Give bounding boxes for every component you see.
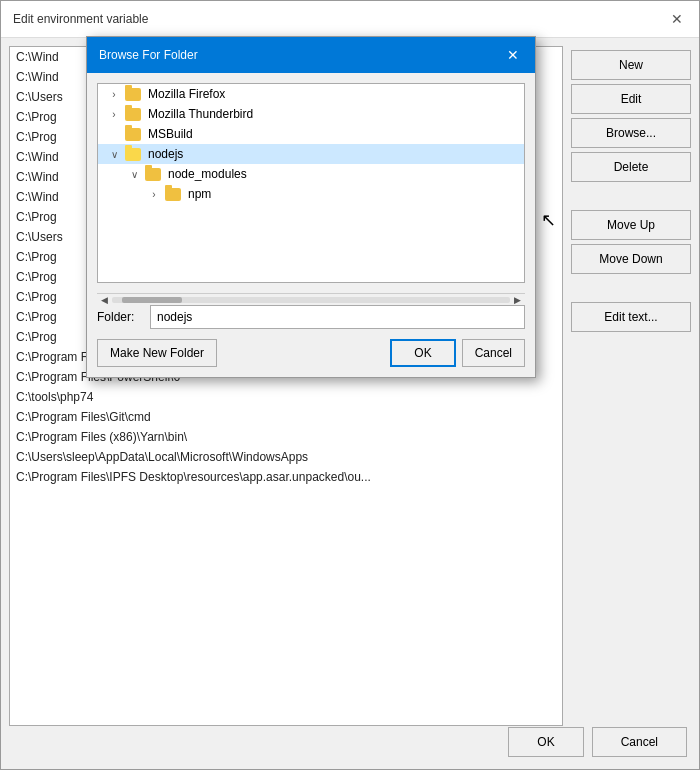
ok-button[interactable]: OK [508,727,583,757]
folder-icon [165,188,181,201]
tree-item[interactable]: MSBuild [98,124,524,144]
browse-cancel-button[interactable]: Cancel [462,339,525,367]
hscroll-track [112,297,510,303]
tree-expand-icon[interactable]: › [106,89,122,100]
action-buttons-panel: New Edit Browse... Delete Move Up Move D… [571,46,691,758]
tree-item[interactable]: ›Mozilla Thunderbird [98,104,524,124]
new-button[interactable]: New [571,50,691,80]
cancel-button[interactable]: Cancel [592,727,687,757]
main-dialog-titlebar: Edit environment variable ✕ [1,1,699,38]
folder-input[interactable] [150,305,525,329]
tree-expand-icon[interactable]: ∨ [126,169,142,180]
tree-hscrollbar[interactable]: ◀▶ [97,293,525,305]
scroll-left-icon[interactable]: ◀ [99,295,110,305]
browse-close-icon[interactable]: ✕ [503,45,523,65]
folder-row: Folder: [97,305,525,329]
folder-icon [125,148,141,161]
tree-expand-icon[interactable]: › [106,109,122,120]
tree-item-label: Mozilla Thunderbird [148,107,253,121]
main-dialog-close[interactable]: ✕ [667,9,687,29]
scroll-right-icon[interactable]: ▶ [512,295,523,305]
folder-icon [145,168,161,181]
tree-item[interactable]: ∨node_modules [98,164,524,184]
tree-item-label: npm [188,187,211,201]
browse-dialog: Browse For Folder ✕ ›Mozilla Firefox›Moz… [86,36,536,378]
make-new-folder-button[interactable]: Make New Folder [97,339,217,367]
browse-button[interactable]: Browse... [571,118,691,148]
tree-expand-icon[interactable]: › [146,189,162,200]
list-item[interactable]: C:\Program Files\Git\cmd [10,407,562,427]
folder-icon [125,108,141,121]
move-down-button[interactable]: Move Down [571,244,691,274]
delete-button[interactable]: Delete [571,152,691,182]
main-dialog: Edit environment variable ✕ C:\WindC:\Wi… [0,0,700,770]
browse-action-buttons: Make New Folder OK Cancel [97,339,525,367]
folder-icon [125,88,141,101]
tree-item-label: MSBuild [148,127,193,141]
edit-button[interactable]: Edit [571,84,691,114]
browse-title: Browse For Folder [99,48,198,62]
move-up-button[interactable]: Move Up [571,210,691,240]
list-item[interactable]: C:\Program Files\IPFS Desktop\resources\… [10,467,562,487]
tree-item[interactable]: ›Mozilla Firefox [98,84,524,104]
browse-body: ›Mozilla Firefox›Mozilla Thunderbird MSB… [87,73,535,377]
browse-ok-button[interactable]: OK [390,339,455,367]
list-item[interactable]: C:\Program Files (x86)\Yarn\bin\ [10,427,562,447]
edit-text-button[interactable]: Edit text... [571,302,691,332]
tree-item-label: nodejs [148,147,183,161]
tree-item[interactable]: ∨nodejs [98,144,524,164]
folder-icon [125,128,141,141]
main-dialog-title: Edit environment variable [13,12,148,26]
tree-expand-icon[interactable]: ∨ [106,149,122,160]
folder-label: Folder: [97,310,142,324]
folder-tree[interactable]: ›Mozilla Firefox›Mozilla Thunderbird MSB… [97,83,525,283]
bottom-bar: OK Cancel [508,727,687,757]
tree-item-label: node_modules [168,167,247,181]
hscroll-thumb[interactable] [122,297,182,303]
tree-item-label: Mozilla Firefox [148,87,225,101]
tree-item[interactable]: ›npm [98,184,524,204]
list-item[interactable]: C:\Users\sleep\AppData\Local\Microsoft\W… [10,447,562,467]
list-item[interactable]: C:\tools\php74 [10,387,562,407]
browse-titlebar: Browse For Folder ✕ [87,37,535,73]
